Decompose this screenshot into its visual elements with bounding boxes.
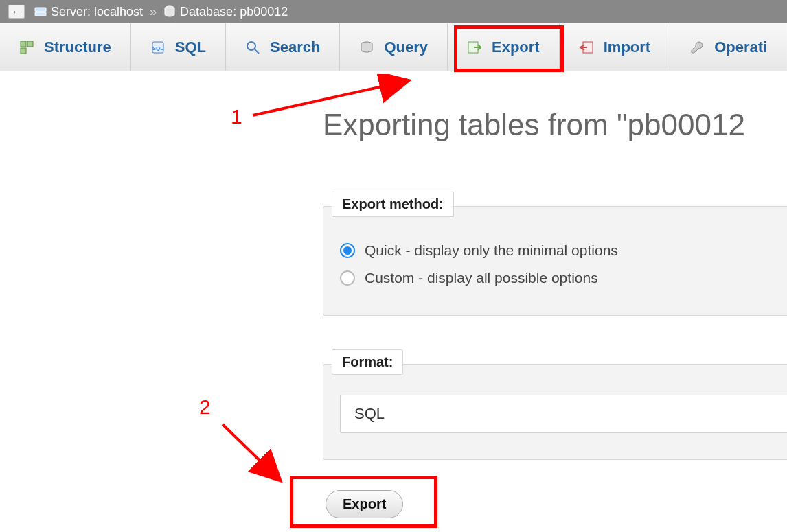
export-method-legend: Export method: [332, 192, 454, 217]
sql-icon: SQL [150, 40, 166, 55]
export-icon [467, 40, 482, 55]
export-method-custom[interactable]: Custom - display all possible options [340, 270, 787, 286]
server-icon [34, 5, 47, 18]
svg-rect-5 [21, 48, 26, 54]
tab-label: SQL [175, 38, 206, 56]
tab-export[interactable]: Export [448, 23, 560, 71]
svg-text:SQL: SQL [152, 45, 164, 51]
breadcrumb-database[interactable]: Database: pb00012 [163, 5, 288, 19]
wrench-icon [689, 40, 705, 55]
export-method-panel: Export method: Quick - display only the … [323, 206, 787, 316]
radio-label: Custom - display all possible options [365, 270, 598, 286]
search-icon [245, 40, 260, 55]
breadcrumb-server-label: Server: localhost [51, 5, 143, 19]
import-icon [579, 40, 594, 55]
svg-point-8 [247, 42, 255, 50]
tab-search[interactable]: Search [226, 23, 340, 71]
tab-operations[interactable]: Operati [670, 23, 786, 71]
database-icon [163, 5, 176, 18]
annotation-step-1: 1 [231, 105, 242, 128]
svg-line-9 [255, 49, 259, 54]
breadcrumb: ← Server: localhost » Database: pb00012 [0, 0, 787, 23]
tab-label: Import [604, 38, 650, 56]
svg-rect-3 [21, 41, 26, 47]
svg-rect-4 [27, 41, 33, 47]
annotation-arrow-2 [216, 419, 291, 487]
tab-query[interactable]: Query [340, 23, 448, 71]
export-method-quick[interactable]: Quick - display only the minimal options [340, 242, 787, 259]
svg-rect-1 [35, 12, 46, 16]
svg-rect-0 [35, 8, 46, 12]
page-title: Exporting tables from "pb00012 [323, 108, 745, 142]
tab-label: Export [492, 38, 540, 56]
breadcrumb-database-label: Database: pb00012 [180, 5, 288, 19]
format-selected-value: SQL [354, 405, 385, 423]
export-button[interactable]: Export [326, 490, 403, 518]
radio-label: Quick - display only the minimal options [365, 242, 618, 259]
format-legend: Format: [332, 349, 403, 375]
radio-icon [340, 243, 355, 258]
tab-label: Operati [714, 38, 767, 56]
tab-label: Query [384, 38, 428, 56]
tab-label: Search [270, 38, 320, 56]
tab-import[interactable]: Import [560, 23, 670, 71]
tab-label: Structure [44, 38, 111, 56]
tabbar: Structure SQL SQL Search Query Export Im… [0, 23, 787, 71]
format-select[interactable]: SQL [340, 395, 787, 433]
breadcrumb-separator: » [150, 5, 157, 19]
collapse-panel-toggle[interactable]: ← [8, 5, 25, 19]
annotation-step-2: 2 [199, 395, 211, 419]
format-panel: Format: SQL [323, 364, 787, 460]
breadcrumb-server[interactable]: Server: localhost [34, 5, 143, 19]
query-icon [359, 40, 374, 55]
tab-sql[interactable]: SQL SQL [131, 23, 226, 71]
radio-icon [340, 270, 355, 286]
structure-icon [19, 40, 34, 55]
svg-line-14 [223, 424, 279, 479]
tab-structure[interactable]: Structure [0, 23, 131, 71]
